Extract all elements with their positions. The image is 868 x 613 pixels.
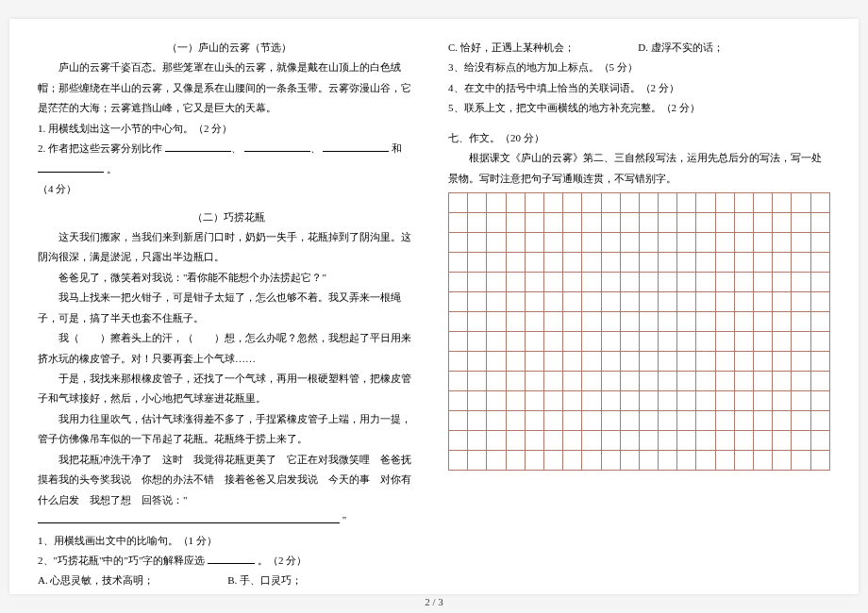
q2-blank-2[interactable] — [244, 141, 310, 152]
q4-option-c[interactable]: C. 恰好，正遇上某种机会； — [448, 38, 635, 58]
p8-text-a: 我把花瓶冲洗干净了 这时 我觉得花瓶更美了 它正在对我微笑哩 爸爸抚摸着我的头夸… — [38, 454, 411, 505]
q2-text-c: 。 — [107, 163, 117, 174]
q4-options-2: C. 恰好，正遇上某种机会； D. 虚浮不实的话； — [448, 38, 830, 58]
passage-2-p5: 于是，我找来那根橡皮管子，还找了一个气球，再用一根硬塑料管，把橡皮管子和气球接好… — [38, 369, 420, 409]
q4-blank[interactable] — [208, 554, 255, 564]
passage-2-p1: 这天我们搬家，当我们来到新居门口时，奶奶一失手，花瓶掉到了阴沟里。这阴沟很深，满… — [38, 227, 420, 268]
question-2-4: 4、在文中的括号中填上恰当的关联词语。（2 分） — [448, 78, 830, 98]
question-1-2-score: （4 分） — [38, 179, 420, 199]
q2-blank-3[interactable] — [323, 141, 389, 152]
q4-text-b: 。（2 分） — [258, 555, 307, 566]
passage-1-title: （一）庐山的云雾（节选） — [38, 38, 420, 58]
question-2-1: 1、用横线画出文中的比喻句。（1 分） — [38, 531, 420, 551]
passage-2-p7: 我把花瓶冲洗干净了 这时 我觉得花瓶更美了 它正在对我微笑哩 爸爸抚摸着我的头夸… — [38, 450, 420, 531]
q4-options: A. 心思灵敏，技术高明； B. 手、口灵巧； — [38, 571, 420, 590]
page-number: 2 / 3 — [0, 596, 868, 607]
passage-2-p2: 爸爸见了，微笑着对我说："看你能不能想个办法捞起它？" — [38, 268, 420, 288]
question-2-5: 5、联系上文，把文中画横线的地方补充完整。（2 分） — [448, 98, 830, 118]
passage-2-title: （二）巧捞花瓶 — [38, 207, 420, 227]
q2-blank-1[interactable] — [165, 141, 231, 152]
section-7-prompt: 根据课文《庐山的云雾》第二、三自然段写法，运用先总后分的写法，写一处景物。写时注… — [448, 148, 830, 189]
passage-2-p4: 我（ ）擦着头上的汗，（ ）想，怎么办呢？忽然，我想起了平日用来挤水玩的橡皮管子… — [38, 328, 420, 369]
q4-option-d[interactable]: D. 虚浮不实的话； — [638, 38, 825, 58]
question-1-2: 2. 作者把这些云雾分别比作 、 、 和 。 — [38, 139, 420, 179]
passage-1-body: 庐山的云雾千姿百态。那些笼罩在山头的云雾，就像是戴在山顶上的白色绒帽；那些缠绕在… — [38, 58, 420, 118]
q2-text-b: 和 — [392, 142, 402, 154]
q2-blank-4[interactable] — [38, 162, 104, 173]
composition-grid[interactable] — [448, 192, 830, 471]
question-1-1: 1. 用横线划出这一小节的中心句。（2 分） — [38, 119, 420, 139]
q4-option-b[interactable]: B. 手、口灵巧； — [227, 571, 414, 590]
p8-text-b: " — [342, 514, 347, 525]
section-7-heading: 七、作文。（20 分） — [448, 128, 830, 148]
question-2-3: 3、给没有标点的地方加上标点。（5 分） — [448, 58, 830, 77]
p8-blank[interactable] — [38, 513, 340, 523]
q4-text-a: 2、"巧捞花瓶"中的"巧"字的解释应选 — [38, 555, 205, 566]
passage-2-p6: 我用力往里吹气，估计气球涨得差不多了，手捏紧橡皮管子上端，用力一提，管子仿佛像吊… — [38, 409, 420, 450]
passage-2-p3: 我马上找来一把火钳子，可是钳子太短了，怎么也够不着。我又弄来一根绳子，可是，搞了… — [38, 288, 420, 328]
question-2-2: 2、"巧捞花瓶"中的"巧"字的解释应选 。（2 分） — [38, 551, 420, 571]
q2-text-a: 2. 作者把这些云雾分别比作 — [38, 142, 162, 154]
q4-option-a[interactable]: A. 心思灵敏，技术高明； — [38, 571, 225, 590]
